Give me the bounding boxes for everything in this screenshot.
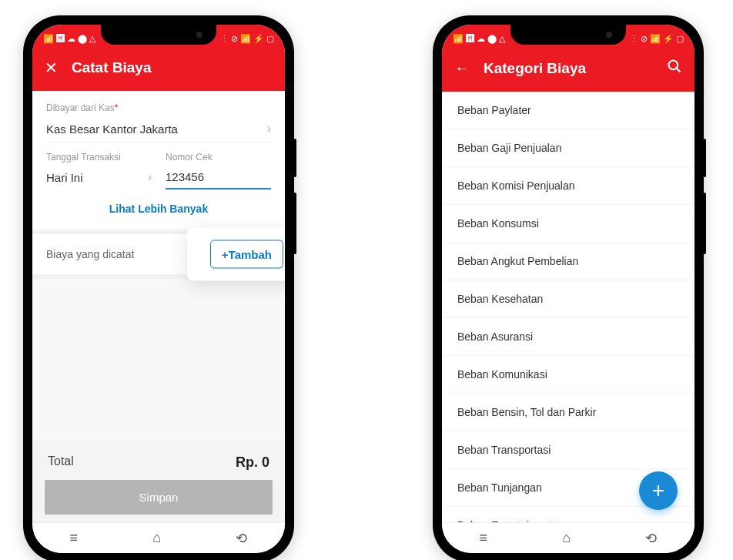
category-item[interactable]: Beban Konsumsi xyxy=(442,205,695,243)
biaya-label: Biaya yang dicatat xyxy=(46,248,134,260)
chevron-right-icon: › xyxy=(148,170,152,184)
svg-point-0 xyxy=(669,61,678,70)
category-item[interactable]: Beban Bensin, Tol dan Parkir xyxy=(442,394,695,431)
category-item[interactable]: Beban Gaji Penjualan xyxy=(442,129,695,167)
chevron-right-icon: › xyxy=(267,122,271,136)
cek-input[interactable]: 123456 xyxy=(166,169,271,189)
header: ✕ Catat Biaya xyxy=(32,48,285,91)
category-item[interactable]: Beban Angkut Pembelian xyxy=(442,243,695,280)
field-cek: Nomor Cek 123456 xyxy=(166,152,271,189)
tgl-value: Hari Ini xyxy=(46,171,83,184)
phone-right: 📶🅼☁⬤△ ⋮⊘📶⚡▢ ← Kategori Biaya Beban Payla… xyxy=(433,15,704,560)
empty-area xyxy=(32,279,285,441)
tambah-button[interactable]: +Tambah xyxy=(210,240,283,269)
header: ← Kategori Biaya xyxy=(442,48,695,92)
link-more-row: Lihat Lebih Banyak xyxy=(32,189,285,230)
kas-value: Kas Besar Kantor Jakarta xyxy=(46,122,178,136)
field-kas: Dibayar dari Kas* Kas Besar Kantor Jakar… xyxy=(32,91,285,143)
simpan-button[interactable]: Simpan xyxy=(45,480,273,515)
category-list[interactable]: Beban PaylaterBeban Gaji PenjualanBeban … xyxy=(442,92,695,522)
fab-add-button[interactable]: + xyxy=(639,471,678,510)
tgl-label: Tanggal Transaksi xyxy=(46,152,152,163)
nav-menu-icon[interactable]: ≡ xyxy=(480,530,488,546)
page-title: Catat Biaya xyxy=(72,59,273,76)
cek-label: Nomor Cek xyxy=(166,152,271,163)
nav-bar: ≡ ⌂ ⟲ xyxy=(442,522,695,553)
search-icon[interactable] xyxy=(667,59,682,78)
two-col-row: Tanggal Transaksi Hari Ini › Nomor Cek 1… xyxy=(32,143,285,189)
status-right-icons: ⋮⊘📶⚡▢ xyxy=(220,34,274,44)
kas-selector[interactable]: Kas Besar Kantor Jakarta › xyxy=(46,114,271,143)
field-tanggal: Tanggal Transaksi Hari Ini › xyxy=(46,152,152,189)
total-row: Total Rp. 0 xyxy=(45,451,273,480)
side-button xyxy=(294,139,296,177)
status-left-icons: 📶🅼☁⬤△ xyxy=(43,34,95,44)
status-right-icons: ⋮⊘📶⚡▢ xyxy=(630,34,684,44)
notch xyxy=(510,25,626,45)
nav-back-icon[interactable]: ⟲ xyxy=(645,530,657,547)
total-label: Total xyxy=(48,454,74,471)
tanggal-selector[interactable]: Hari Ini › xyxy=(46,169,152,189)
page-title: Kategori Biaya xyxy=(484,60,653,77)
category-item[interactable]: Beban Komisi Penjualan xyxy=(442,167,695,205)
side-button xyxy=(294,193,296,254)
category-item[interactable]: Beban Transportasi xyxy=(442,431,695,469)
total-value: Rp. 0 xyxy=(236,454,269,471)
back-arrow-icon[interactable]: ← xyxy=(454,59,470,77)
biaya-section: Biaya yang dicatat +Tambah xyxy=(32,230,285,279)
nav-menu-icon[interactable]: ≡ xyxy=(70,530,79,546)
category-item[interactable]: Beban Komunikasi xyxy=(442,356,695,394)
phone-left: 📶🅼☁⬤△ ⋮⊘📶⚡▢ ✕ Catat Biaya Dibayar dari K… xyxy=(23,15,294,560)
lihat-lebih-link[interactable]: Lihat Lebih Banyak xyxy=(109,203,208,215)
screen-left: 📶🅼☁⬤△ ⋮⊘📶⚡▢ ✕ Catat Biaya Dibayar dari K… xyxy=(32,25,285,553)
content: Dibayar dari Kas* Kas Besar Kantor Jakar… xyxy=(32,91,285,522)
nav-bar: ≡ ⌂ ⟲ xyxy=(32,522,285,553)
tambah-popout: +Tambah xyxy=(187,228,285,281)
footer: Total Rp. 0 Simpan xyxy=(32,441,285,522)
nav-back-icon[interactable]: ⟲ xyxy=(236,530,247,547)
content: Beban PaylaterBeban Gaji PenjualanBeban … xyxy=(442,92,695,522)
status-left-icons: 📶🅼☁⬤△ xyxy=(453,34,505,44)
svg-line-1 xyxy=(677,69,681,72)
nav-home-icon[interactable]: ⌂ xyxy=(562,530,571,546)
category-item[interactable]: Beban Asuransi xyxy=(442,318,695,356)
close-icon[interactable]: ✕ xyxy=(45,59,58,77)
side-button xyxy=(704,193,706,254)
kas-label: Dibayar dari Kas* xyxy=(46,102,118,113)
side-button xyxy=(704,139,706,177)
notch xyxy=(101,25,216,45)
category-item[interactable]: Beban Kesehatan xyxy=(442,280,695,318)
nav-home-icon[interactable]: ⌂ xyxy=(152,530,161,546)
form-card: Dibayar dari Kas* Kas Besar Kantor Jakar… xyxy=(32,91,285,230)
category-item[interactable]: Beban Paylater xyxy=(442,92,695,129)
screen-right: 📶🅼☁⬤△ ⋮⊘📶⚡▢ ← Kategori Biaya Beban Payla… xyxy=(442,25,695,553)
